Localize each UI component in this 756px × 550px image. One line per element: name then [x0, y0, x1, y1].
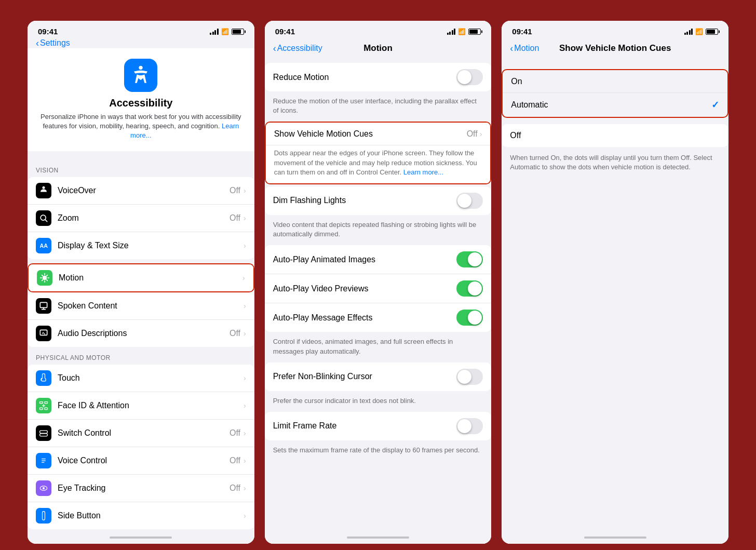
- reduce-motion-toggle[interactable]: [456, 69, 483, 85]
- faceid-label: Face ID & Attention: [58, 401, 244, 410]
- dim-flashing-group: Dim Flashing Lights: [265, 186, 492, 215]
- cursor-group: Prefer Non-Blinking Cursor: [265, 363, 492, 391]
- app-name: Accessibility: [36, 97, 246, 109]
- autoplay-group: Auto-Play Animated Images Auto-Play Vide…: [265, 245, 492, 332]
- wifi-icon-1: 📶: [221, 28, 229, 35]
- voiceover-label: VoiceOver: [58, 186, 230, 195]
- motion-icon: [37, 270, 52, 286]
- voice-value: Off: [230, 456, 240, 465]
- status-bar-1: 09:41 📶: [28, 21, 254, 40]
- automatic-checkmark: ✓: [711, 99, 719, 111]
- autoplay-message-row[interactable]: Auto-Play Message Effects: [265, 303, 492, 332]
- faceid-chevron: ›: [244, 401, 246, 410]
- svg-rect-9: [45, 401, 48, 403]
- touch-item[interactable]: Touch ›: [28, 365, 254, 392]
- svg-text:AA: AA: [40, 243, 48, 249]
- voice-chevron: ›: [244, 457, 246, 465]
- chevron-back-icon: ‹: [36, 38, 39, 49]
- accessibility-app-icon: [124, 59, 157, 92]
- side-button-chevron: ›: [244, 512, 246, 520]
- svg-point-1: [43, 186, 45, 189]
- switch-value: Off: [230, 428, 240, 438]
- phone-screen-2: 09:41 📶 ‹ Accessibility Motion: [265, 21, 492, 544]
- toggle-thumb: [457, 70, 471, 84]
- framerate-row[interactable]: Limit Frame Rate: [265, 412, 492, 440]
- motion-chevron: ›: [242, 274, 245, 282]
- vehicle-screen-title: Show Vehicle Motion Cues: [559, 43, 671, 53]
- reduce-motion-row[interactable]: Reduce Motion: [265, 63, 492, 91]
- switch-chevron: ›: [244, 429, 246, 437]
- audio-desc-item[interactable]: Audio Descriptions Off ›: [28, 320, 254, 347]
- vehicle-motion-value: Off: [467, 129, 478, 139]
- autoplay-images-toggle[interactable]: [456, 251, 483, 267]
- nav-bar-2: ‹ Accessibility Motion: [265, 40, 492, 59]
- framerate-group: Limit Frame Rate: [265, 412, 492, 440]
- audio-chevron: ›: [244, 329, 246, 338]
- voice-control-item[interactable]: Voice Control Off ›: [28, 447, 254, 475]
- status-bar-2: 09:41 📶: [265, 21, 492, 40]
- signal-icon-1: [210, 29, 219, 35]
- faceid-item[interactable]: Face ID & Attention ›: [28, 392, 254, 420]
- vehicle-motion-chevron: ›: [480, 130, 482, 138]
- back-settings-button[interactable]: ‹ Settings: [36, 38, 70, 49]
- option-on-row[interactable]: On: [503, 70, 727, 93]
- framerate-toggle[interactable]: [456, 418, 483, 434]
- svg-point-5: [43, 275, 47, 279]
- zoom-label: Zoom: [58, 213, 230, 223]
- autoplay-video-row[interactable]: Auto-Play Video Previews: [265, 274, 492, 303]
- reduce-motion-label: Reduce Motion: [273, 73, 457, 82]
- physical-list: Touch › Face ID & Attention ›: [28, 365, 254, 529]
- cursor-desc: Prefer the cursor indicator in text does…: [265, 393, 492, 412]
- back-accessibility-button[interactable]: ‹ Accessibility: [273, 43, 322, 54]
- voiceover-icon: [36, 183, 51, 198]
- battery-icon-2: [468, 29, 481, 35]
- option-automatic-row[interactable]: Automatic ✓: [503, 93, 727, 117]
- switch-control-item[interactable]: Switch Control Off ›: [28, 420, 254, 447]
- home-bar-2: [347, 536, 409, 539]
- dim-flashing-row[interactable]: Dim Flashing Lights: [265, 186, 492, 215]
- svg-rect-11: [45, 408, 48, 409]
- time-2: 09:41: [275, 27, 295, 36]
- spoken-content-item[interactable]: Spoken Content ›: [28, 292, 254, 320]
- spoken-chevron: ›: [244, 302, 246, 310]
- eye-chevron: ›: [244, 484, 246, 492]
- autoplay-images-row[interactable]: Auto-Play Animated Images: [265, 245, 492, 274]
- faceid-icon: [36, 398, 51, 413]
- option-off-row[interactable]: Off: [502, 124, 728, 147]
- battery-icon-1: [232, 29, 244, 35]
- svg-rect-12: [40, 431, 48, 433]
- app-header: Accessibility Personalize iPhone in ways…: [28, 48, 254, 151]
- audio-label: Audio Descriptions: [58, 329, 230, 338]
- motion-item[interactable]: Motion ›: [29, 264, 253, 291]
- back-motion-button[interactable]: ‹ Motion: [510, 43, 539, 54]
- spoken-list: Spoken Content › Audio Descriptions Off …: [28, 292, 254, 347]
- switch-icon: [36, 425, 51, 441]
- svg-rect-10: [40, 408, 43, 409]
- touch-icon: [36, 370, 51, 386]
- motion-label: Motion: [59, 273, 242, 283]
- voiceover-chevron: ›: [244, 186, 246, 195]
- eye-tracking-item[interactable]: Eye Tracking Off ›: [28, 475, 254, 502]
- accessibility-svg: [129, 64, 152, 87]
- audio-icon: [36, 326, 51, 341]
- vision-section-header: VISION: [28, 164, 254, 177]
- voiceover-item[interactable]: VoiceOver Off ›: [28, 177, 254, 205]
- cursor-row[interactable]: Prefer Non-Blinking Cursor: [265, 363, 492, 391]
- motion-row-wrapper: Motion ›: [28, 263, 254, 292]
- autoplay-video-toggle[interactable]: [456, 280, 483, 297]
- side-button-item[interactable]: Side Button ›: [28, 502, 254, 529]
- display-text-item[interactable]: AA Display & Text Size ›: [28, 232, 254, 259]
- autoplay-message-toggle[interactable]: [456, 310, 483, 326]
- vehicle-motion-row[interactable]: Show Vehicle Motion Cues Off ›: [266, 123, 491, 145]
- dim-flashing-toggle[interactable]: [456, 193, 483, 209]
- eye-label: Eye Tracking: [58, 484, 230, 493]
- zoom-item[interactable]: Zoom Off ›: [28, 205, 254, 232]
- vehicle-motion-learn-more[interactable]: Learn more...: [403, 168, 443, 176]
- voiceover-value: Off: [230, 186, 240, 195]
- svg-point-0: [139, 66, 143, 70]
- signal-icon-3: [684, 29, 693, 35]
- option-off-label: Off: [510, 131, 720, 140]
- svg-point-15: [43, 487, 45, 489]
- home-indicator-3: [502, 533, 728, 544]
- cursor-toggle[interactable]: [456, 369, 483, 385]
